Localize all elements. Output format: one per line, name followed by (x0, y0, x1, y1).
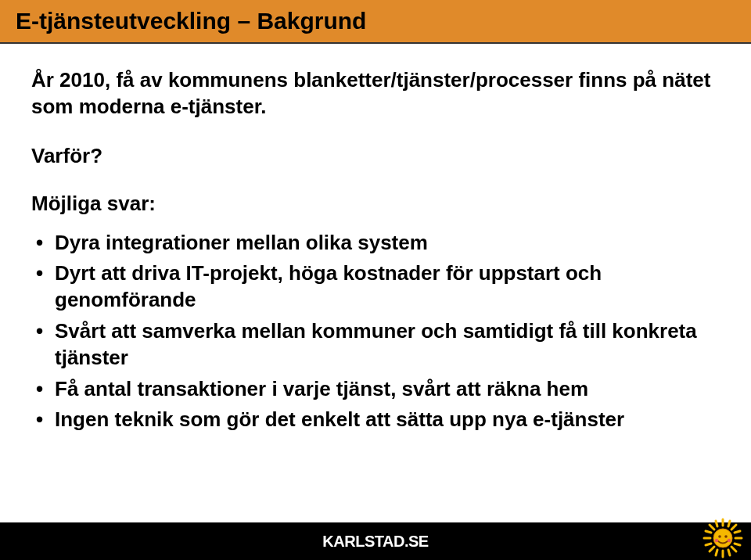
svg-line-16 (728, 550, 730, 555)
svg-point-18 (724, 535, 728, 538)
svg-line-10 (728, 521, 730, 526)
question-text: Varför? (31, 144, 720, 168)
svg-point-17 (718, 535, 721, 538)
svg-line-9 (716, 521, 717, 526)
bullet-item: Dyrt att driva IT-projekt, höga kostnade… (36, 260, 720, 314)
intro-text: År 2010, få av kommunens blanketter/tjän… (31, 67, 720, 120)
subhead-text: Möjliga svar: (31, 192, 720, 216)
footer: KARLSTAD.SE (0, 522, 751, 560)
bullet-list: Dyra integrationer mellan olika system D… (31, 230, 720, 434)
footer-brand: KARLSTAD.SE (322, 533, 428, 551)
svg-line-5 (710, 525, 714, 529)
svg-point-0 (713, 529, 732, 547)
svg-line-14 (735, 544, 740, 545)
footer-brand-suffix: .SE (404, 533, 429, 550)
header-bar: E-tjänsteutveckling – Bakgrund (0, 0, 751, 44)
bullet-item: Ingen teknik som gör det enkelt att sätt… (36, 407, 720, 433)
svg-line-11 (706, 531, 711, 533)
svg-point-19 (715, 539, 718, 542)
slide-content: År 2010, få av kommunens blanketter/tjän… (0, 44, 751, 454)
svg-line-15 (716, 550, 717, 555)
svg-line-13 (735, 531, 740, 533)
sun-icon (701, 516, 745, 560)
svg-line-7 (710, 547, 714, 551)
svg-point-20 (728, 539, 731, 542)
bullet-item: Svårt att samverka mellan kommuner och s… (36, 318, 720, 372)
bullet-item: Dyra integrationer mellan olika system (36, 230, 720, 257)
bullet-item: Få antal transaktioner i varje tjänst, s… (36, 376, 720, 403)
svg-line-6 (731, 547, 736, 551)
slide-title: E-tjänsteutveckling – Bakgrund (16, 8, 735, 34)
footer-brand-main: KARLSTAD (322, 533, 404, 550)
svg-line-8 (731, 525, 736, 529)
svg-line-12 (706, 544, 711, 545)
